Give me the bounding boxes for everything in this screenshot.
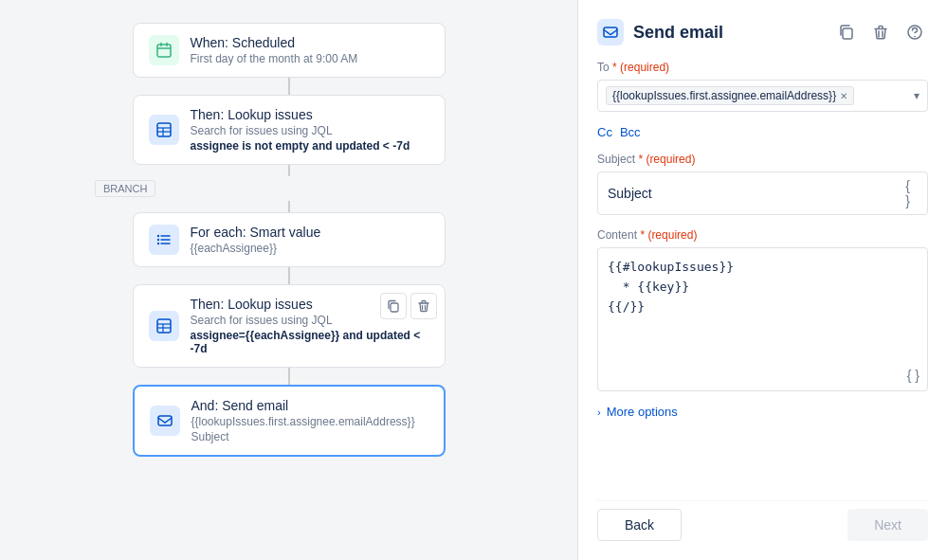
more-options[interactable]: › More options xyxy=(597,405,928,419)
copy-card-button[interactable] xyxy=(380,293,407,319)
copy-panel-button[interactable] xyxy=(833,19,860,45)
card-content-foreach: For each: Smart value {{eachAssignee}} xyxy=(191,225,429,255)
panel-email-icon xyxy=(597,19,624,45)
chevron-down-icon[interactable]: ▾ xyxy=(914,89,920,102)
card-subtitle-line2: assignee={{eachAssignee}} and updated < … xyxy=(191,329,429,355)
card-subtitle: First day of the month at 9:00 AM xyxy=(191,52,429,65)
svg-rect-18 xyxy=(391,303,398,312)
flow-canvas: When: Scheduled First day of the month a… xyxy=(0,0,577,560)
subject-field-section: Subject * (required) { } xyxy=(597,153,928,215)
svg-rect-14 xyxy=(157,319,171,333)
svg-rect-20 xyxy=(604,27,617,37)
delete-card-button[interactable] xyxy=(410,293,437,319)
subject-input-wrapper[interactable]: { } xyxy=(597,172,928,215)
card-subtitle-line2: Subject xyxy=(191,430,428,443)
card-content-scheduled: When: Scheduled First day of the month a… xyxy=(191,35,429,65)
card-send-email[interactable]: And: Send email {{lookupIssues.first.ass… xyxy=(133,385,446,457)
svg-point-12 xyxy=(156,239,158,241)
table-icon-2 xyxy=(149,311,179,341)
panel-title: Send email xyxy=(633,23,723,43)
email-icon xyxy=(150,406,180,436)
card-subtitle-line1: Search for issues using JQL xyxy=(191,124,429,137)
card-title: For each: Smart value xyxy=(191,225,429,240)
card-title: When: Scheduled xyxy=(191,35,429,50)
connector xyxy=(288,267,290,284)
card-subtitle: {{eachAssignee}} xyxy=(191,242,429,255)
panel-header-actions xyxy=(833,19,928,45)
to-tag-remove[interactable]: ✕ xyxy=(840,91,847,101)
flow-container: When: Scheduled First day of the month a… xyxy=(19,23,558,457)
help-panel-button[interactable] xyxy=(901,19,928,45)
card-for-each[interactable]: For each: Smart value {{eachAssignee}} xyxy=(133,212,446,267)
svg-point-11 xyxy=(156,235,158,237)
content-field-wrapper[interactable]: {{#lookupIssues}} * {{key}} {{/}} { } xyxy=(597,247,928,391)
subject-label: Subject * (required) xyxy=(597,153,928,166)
table-icon xyxy=(149,115,179,145)
panel-title-row: Send email xyxy=(597,19,723,45)
connector xyxy=(288,165,290,176)
card-actions xyxy=(380,293,437,319)
to-label: To * (required) xyxy=(597,61,928,74)
card-subtitle-line1: {{lookupIssues.first.assignee.emailAddre… xyxy=(191,415,428,428)
cc-bcc-row: Cc Bcc xyxy=(597,125,928,139)
card-subtitle-line2: assignee is not empty and updated < -7d xyxy=(191,139,429,153)
back-button[interactable]: Back xyxy=(597,509,682,541)
panel-header: Send email xyxy=(597,19,928,45)
content-label: Content * (required) xyxy=(597,228,928,242)
card-title: And: Send email xyxy=(191,398,428,413)
card-content-lookup1: Then: Lookup issues Search for issues us… xyxy=(191,107,429,153)
panel-footer: Back Next xyxy=(597,500,928,541)
more-options-label: More options xyxy=(607,405,678,419)
to-field-input[interactable]: {{lookupIssues.first.assignee.emailAddre… xyxy=(597,80,928,112)
send-email-panel: Send email xyxy=(577,0,947,560)
svg-point-13 xyxy=(156,243,158,244)
connector xyxy=(288,78,290,95)
to-tag-value: {{lookupIssues.first.assignee.emailAddre… xyxy=(612,89,836,102)
content-text[interactable]: {{#lookupIssues}} * {{key}} {{/}} xyxy=(598,248,927,390)
delete-panel-button[interactable] xyxy=(867,19,894,45)
subject-curly-icon[interactable]: { } xyxy=(905,178,918,208)
bcc-link[interactable]: Bcc xyxy=(620,125,641,139)
card-lookup-1[interactable]: Then: Lookup issues Search for issues us… xyxy=(133,95,446,165)
svg-rect-19 xyxy=(158,416,172,425)
card-content-sendemail: And: Send email {{lookupIssues.first.ass… xyxy=(191,398,428,443)
to-field-section: To * (required) {{lookupIssues.first.ass… xyxy=(597,61,928,112)
content-field-section: Content * (required) {{#lookupIssues}} *… xyxy=(597,228,928,391)
connector xyxy=(288,368,290,385)
card-scheduled[interactable]: When: Scheduled First day of the month a… xyxy=(133,23,446,78)
svg-rect-0 xyxy=(157,45,171,57)
branch-label: BRANCH xyxy=(95,180,155,197)
connector xyxy=(288,201,290,212)
chevron-right-icon: › xyxy=(597,406,601,418)
list-icon xyxy=(149,225,179,255)
svg-rect-4 xyxy=(157,123,171,136)
next-button[interactable]: Next xyxy=(847,509,928,541)
subject-input[interactable] xyxy=(608,186,905,201)
card-title: Then: Lookup issues xyxy=(191,107,429,122)
svg-rect-21 xyxy=(843,28,852,39)
cc-link[interactable]: Cc xyxy=(597,125,612,139)
svg-point-23 xyxy=(914,36,916,38)
calendar-icon xyxy=(149,35,179,65)
content-curly-icon[interactable]: { } xyxy=(907,368,920,383)
to-tag[interactable]: {{lookupIssues.first.assignee.emailAddre… xyxy=(606,86,854,105)
card-lookup-2[interactable]: Then: Lookup issues Search for issues us… xyxy=(133,284,446,368)
